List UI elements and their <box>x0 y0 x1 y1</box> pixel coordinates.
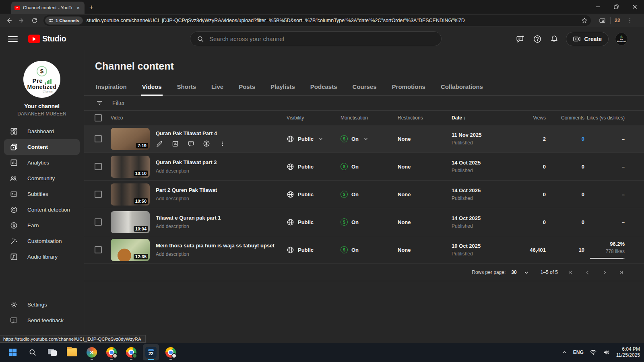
first-page-button[interactable] <box>568 269 574 276</box>
rows-per-page-value[interactable]: 30 <box>511 269 516 275</box>
table-row[interactable]: 7:19 Quran Pak Tilawat Part 4 <box>84 125 644 153</box>
tab-live[interactable]: Live <box>211 81 224 95</box>
taskbar-search-icon[interactable] <box>25 344 41 360</box>
visibility-value[interactable]: Public <box>298 136 314 142</box>
column-date[interactable]: Date ↓ <box>452 115 512 121</box>
sidebar-item-customisation[interactable]: Customisation <box>0 233 84 249</box>
monetisation-value[interactable]: On <box>351 191 359 197</box>
sidebar-item-dashboard[interactable]: Dashboard <box>0 123 84 139</box>
tray-chevron-up-icon[interactable] <box>561 350 567 355</box>
column-comments[interactable]: Comments <box>546 115 584 121</box>
app-icon[interactable]: ✕ <box>84 344 100 360</box>
next-page-button[interactable] <box>601 269 607 276</box>
tab-playlists[interactable]: Playlists <box>270 81 296 95</box>
url-text[interactable]: studio.youtube.com/channel/UCI_jDJP-QCPq… <box>87 18 578 23</box>
sidebar-item-audio-library[interactable]: Audio library <box>0 249 84 265</box>
row-checkbox[interactable] <box>95 218 102 226</box>
channel-search-bar[interactable] <box>190 31 442 46</box>
table-row[interactable]: 10:10 Quran Pak Tilawat part 3 Add descr… <box>84 153 644 181</box>
video-title[interactable]: Part 2 Quren Pak Tilawat <box>156 187 217 193</box>
monetisation-value[interactable]: On <box>351 247 359 253</box>
sidebar-item-send-feedback[interactable]: Send feedback <box>0 313 84 328</box>
sidebar-item-earn[interactable]: Earn <box>0 218 84 233</box>
table-row[interactable]: 10:04 Tilawat e Quran pak part 1 Add des… <box>84 208 644 236</box>
column-visibility[interactable]: Visibility <box>287 115 341 121</box>
youtube-logo[interactable] <box>28 35 40 43</box>
address-bar[interactable]: 1 Channels studio.youtube.com/channel/UC… <box>43 15 591 26</box>
start-button[interactable] <box>5 344 21 360</box>
monetisation-value[interactable]: On <box>351 219 359 225</box>
language-indicator[interactable]: ENG <box>573 350 584 355</box>
tab-videos[interactable]: Videos <box>141 81 163 95</box>
chevron-down-icon[interactable] <box>318 136 324 142</box>
notifications-bell-icon[interactable] <box>549 34 559 44</box>
channels-chip[interactable]: 1 Channels <box>45 16 83 25</box>
create-button[interactable]: Create <box>566 32 609 46</box>
table-row[interactable]: 10:50 Part 2 Quren Pak Tilawat Add descr… <box>84 181 644 208</box>
tab-inspiration[interactable]: Inspiration <box>95 81 128 95</box>
window-restore-button[interactable] <box>607 0 625 14</box>
add-description-link[interactable]: Add description <box>156 251 275 257</box>
monetisation-value[interactable]: On <box>351 136 359 142</box>
previous-page-button[interactable] <box>585 269 591 276</box>
sidebar-item-community[interactable]: Community <box>0 171 84 186</box>
comments-bubble-icon[interactable] <box>187 140 194 147</box>
last-page-button[interactable] <box>618 269 624 276</box>
kebab-menu-icon[interactable] <box>219 140 226 147</box>
tab-posts[interactable]: Posts <box>238 81 256 95</box>
window-close-button[interactable] <box>625 0 644 14</box>
add-description-link[interactable]: Add description <box>156 196 217 202</box>
taskbar-clock[interactable]: 6:04 PM 11/25/2025 <box>616 346 640 358</box>
bookmark-star-icon[interactable] <box>581 17 588 24</box>
tab-courses[interactable]: Courses <box>352 81 378 95</box>
row-checkbox[interactable] <box>95 191 102 198</box>
chrome-profile-3-icon[interactable] <box>163 344 179 360</box>
task-view-icon[interactable] <box>44 344 60 360</box>
column-video[interactable]: Video <box>111 115 287 121</box>
window-minimize-button[interactable] <box>588 0 607 14</box>
tab-collaborations[interactable]: Collaborations <box>440 81 484 95</box>
table-row[interactable]: 12:35 Mein thora suta pia hum is waja ss… <box>84 236 644 264</box>
search-input[interactable] <box>209 35 435 42</box>
row-checkbox[interactable] <box>95 246 102 253</box>
tab-shorts[interactable]: Shorts <box>176 81 197 95</box>
video-thumbnail[interactable]: 10:10 <box>111 156 150 178</box>
column-views[interactable]: Views <box>512 115 546 121</box>
filter-label[interactable]: Filter <box>112 100 125 106</box>
video-thumbnail[interactable]: 7:19 <box>111 128 150 150</box>
file-explorer-icon[interactable] <box>64 344 80 360</box>
video-thumbnail[interactable]: 10:04 <box>111 211 150 233</box>
new-tab-button[interactable]: + <box>89 3 93 11</box>
chrome-profile-1-icon[interactable] <box>103 344 120 360</box>
analytics-bars-icon[interactable] <box>171 140 179 147</box>
tab-podcasts[interactable]: Podcasts <box>310 81 338 95</box>
video-title[interactable]: Tilawat e Quran pak part 1 <box>156 215 221 221</box>
video-title[interactable]: Quran Pak Tilawat part 3 <box>156 159 217 165</box>
visibility-value[interactable]: Public <box>298 164 314 170</box>
monetisation-dollar-icon[interactable] <box>203 140 210 147</box>
forward-icon[interactable] <box>16 15 27 26</box>
sidebar-item-subtitles[interactable]: Subtitles <box>0 186 84 202</box>
chrome-profile-2-icon[interactable] <box>123 344 139 360</box>
visibility-value[interactable]: Public <box>298 247 314 253</box>
sidebar-item-settings[interactable]: Settings <box>0 297 84 313</box>
chrome-profile-22-active-icon[interactable]: 22 <box>143 344 159 360</box>
account-avatar[interactable]: $ Pre Monetized <box>615 33 628 45</box>
comments-value[interactable]: 0 <box>582 136 584 142</box>
tab-counter-badge[interactable]: 22 <box>613 18 622 23</box>
channel-avatar[interactable]: $ Pre Monetized Channel <box>23 61 60 98</box>
video-title[interactable]: Mein thora suta pia hum is waja ss tabuy… <box>156 243 275 249</box>
edit-pencil-icon[interactable] <box>156 140 163 147</box>
video-thumbnail[interactable]: 12:35 <box>111 239 150 261</box>
reload-icon[interactable] <box>29 15 40 26</box>
sidebar-item-content-detection[interactable]: Content detection <box>0 202 84 218</box>
video-thumbnail[interactable]: 10:50 <box>111 183 150 206</box>
chevron-down-icon[interactable] <box>363 136 369 142</box>
tab-close-icon[interactable]: × <box>75 4 81 11</box>
volume-icon[interactable] <box>603 349 610 356</box>
sidebar-item-content[interactable]: Content <box>4 139 80 155</box>
video-title[interactable]: Quran Pak Tilawat Part 4 <box>156 130 226 136</box>
column-restrictions[interactable]: Restrictions <box>398 115 452 121</box>
feedback-bubble-icon[interactable] <box>515 34 526 44</box>
browser-menu-icon[interactable] <box>624 15 636 26</box>
